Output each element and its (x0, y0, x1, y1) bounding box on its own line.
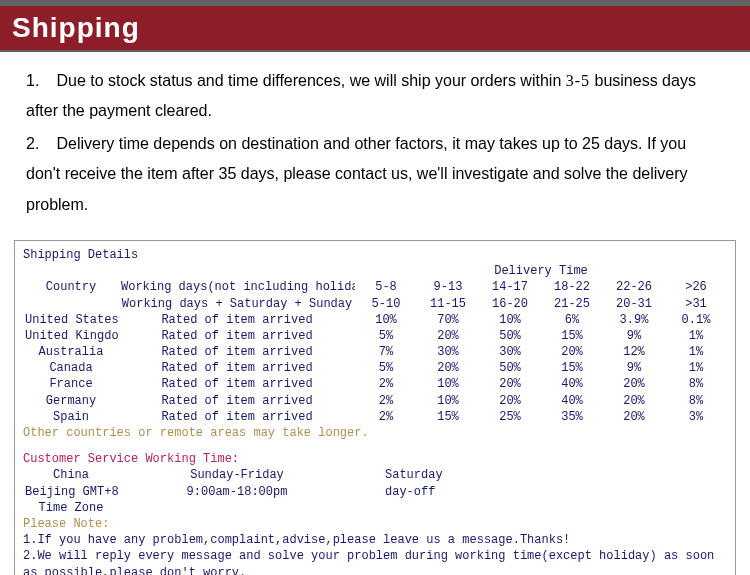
para2-text: Delivery time depends on destination and… (26, 135, 688, 213)
rate-cell: 1% (665, 344, 727, 360)
cs-china: China (23, 467, 119, 483)
rate-label-cell: Rated of item arrived (119, 360, 355, 376)
details-title: Shipping Details (23, 247, 727, 263)
wr5: >26 (665, 279, 727, 295)
rate-cell: 20% (417, 360, 479, 376)
rate-label-cell: Rated of item arrived (119, 312, 355, 328)
para2-num: 2. (26, 129, 52, 159)
rate-cell: 9% (603, 360, 665, 376)
fr3: 21-25 (541, 296, 603, 312)
full-range-row: Working days + Saturday + Sunday 5-10 11… (23, 296, 727, 312)
rate-label-cell: Rated of item arrived (119, 409, 355, 425)
workdays-label: Working days(not including holiday) (119, 279, 355, 295)
rate-cell: 10% (417, 393, 479, 409)
rate-cell: 50% (479, 360, 541, 376)
cs-sunfri: Sunday-Friday (119, 467, 355, 483)
rate-cell: 3.9% (603, 312, 665, 328)
country-cell: Canada (23, 360, 119, 376)
rate-cell: 20% (603, 409, 665, 425)
page-title: Shipping (12, 12, 738, 44)
wr4: 22-26 (603, 279, 665, 295)
rate-row: FranceRated of item arrived2%10%20%40%20… (23, 376, 727, 392)
intro-text: 1. Due to stock status and time differen… (0, 52, 750, 232)
rate-row: AustraliaRated of item arrived7%30%30%20… (23, 344, 727, 360)
rate-label-cell: Rated of item arrived (119, 376, 355, 392)
rate-row: United StatesRated of item arrived10%70%… (23, 312, 727, 328)
rate-cell: 20% (603, 393, 665, 409)
rate-cell: 30% (417, 344, 479, 360)
note-2: 2.We will reply every message and solve … (23, 548, 727, 575)
rate-cell: 50% (479, 328, 541, 344)
rate-cell: 2% (355, 393, 417, 409)
country-cell: France (23, 376, 119, 392)
rate-cell: 30% (479, 344, 541, 360)
country-cell: United States (23, 312, 119, 328)
rate-cell: 5% (355, 328, 417, 344)
fr2: 16-20 (479, 296, 541, 312)
other-countries-note: Other countries or remote areas may take… (23, 425, 727, 441)
country-cell: Australia (23, 344, 119, 360)
rate-cell: 15% (541, 328, 603, 344)
rate-cell: 40% (541, 376, 603, 392)
rate-cell: 15% (541, 360, 603, 376)
cs-sat: Saturday (355, 467, 727, 483)
cs-tz1: Beijing GMT+8 (23, 484, 119, 500)
rate-cell: 20% (479, 393, 541, 409)
shipping-details-box: Shipping Details Delivery Time Country W… (14, 240, 736, 575)
rate-cell: 20% (479, 376, 541, 392)
rate-cell: 12% (603, 344, 665, 360)
country-cell: United Kingdom (23, 328, 119, 344)
rate-cell: 2% (355, 409, 417, 425)
wr0: 5-8 (355, 279, 417, 295)
wr2: 14-17 (479, 279, 541, 295)
please-note-title: Please Note: (23, 516, 727, 532)
shipping-header: Shipping (0, 0, 750, 52)
delivery-time-label: Delivery Time (355, 263, 727, 279)
rate-cell: 1% (665, 360, 727, 376)
delivery-time-row: Delivery Time (23, 263, 727, 279)
wr1: 9-13 (417, 279, 479, 295)
work-range-row: Country Working days(not including holid… (23, 279, 727, 295)
rate-label-cell: Rated of item arrived (119, 393, 355, 409)
rate-cell: 8% (665, 393, 727, 409)
fr0: 5-10 (355, 296, 417, 312)
rate-cell: 10% (417, 376, 479, 392)
fr4: 20-31 (603, 296, 665, 312)
intro-para-2: 2. Delivery time depends on destination … (26, 129, 724, 220)
rate-cell: 40% (541, 393, 603, 409)
fr5: >31 (665, 296, 727, 312)
cs-table: China Sunday-Friday Saturday Beijing GMT… (23, 467, 727, 516)
rate-label-cell: Rated of item arrived (119, 344, 355, 360)
cs-hours: 9:00am-18:00pm (119, 484, 355, 516)
rate-cell: 35% (541, 409, 603, 425)
delivery-table: Delivery Time Country Working days(not i… (23, 263, 727, 425)
rate-cell: 2% (355, 376, 417, 392)
rate-row: SpainRated of item arrived2%15%25%35%20%… (23, 409, 727, 425)
rate-row: United KingdomRated of item arrived5%20%… (23, 328, 727, 344)
rate-cell: 20% (541, 344, 603, 360)
country-cell: Germany (23, 393, 119, 409)
rate-cell: 70% (417, 312, 479, 328)
country-cell: Spain (23, 409, 119, 425)
rate-cell: 20% (417, 328, 479, 344)
rate-cell: 15% (417, 409, 479, 425)
fr1: 11-15 (417, 296, 479, 312)
para1-text-a: Due to stock status and time differences… (56, 72, 561, 89)
rate-row: GermanyRated of item arrived2%10%20%40%2… (23, 393, 727, 409)
wr3: 18-22 (541, 279, 603, 295)
intro-para-1: 1. Due to stock status and time differen… (26, 66, 724, 127)
rate-cell: 25% (479, 409, 541, 425)
rate-row: CanadaRated of item arrived5%20%50%15%9%… (23, 360, 727, 376)
para1-num: 1. (26, 66, 52, 96)
rate-cell: 6% (541, 312, 603, 328)
rate-label-cell: Rated of item arrived (119, 328, 355, 344)
rate-cell: 9% (603, 328, 665, 344)
fulldays-label: Working days + Saturday + Sunday (119, 296, 355, 312)
rate-cell: 7% (355, 344, 417, 360)
rate-cell: 3% (665, 409, 727, 425)
rate-cell: 8% (665, 376, 727, 392)
note-1: 1.If you have any problem,complaint,advi… (23, 532, 727, 548)
rate-cell: 10% (479, 312, 541, 328)
cs-tz2: Time Zone (23, 500, 119, 516)
rate-cell: 0.1% (665, 312, 727, 328)
